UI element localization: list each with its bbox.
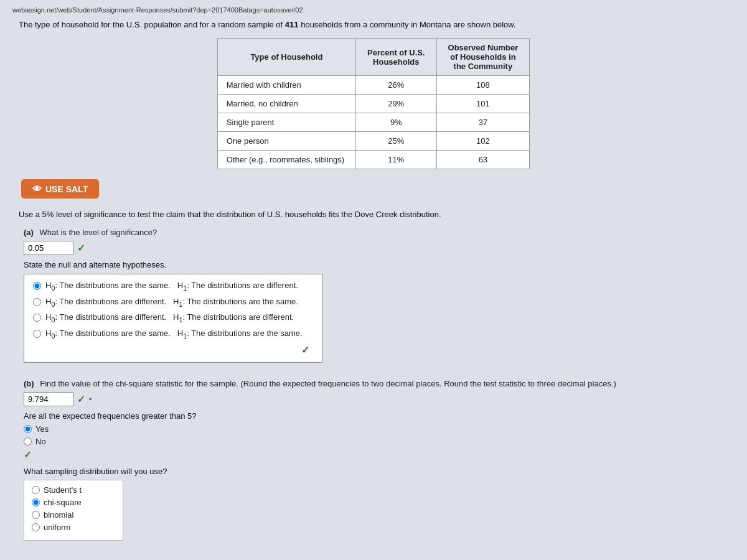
directions-content: Use a 5% level of significance to test t… [19,210,441,219]
sampling-label-binomial[interactable]: binomial [44,510,73,520]
chi-square-dot: • [89,394,92,404]
cell-type: Married, no children [217,95,355,113]
cell-type: Other (e.g., roommates, siblings) [217,151,355,169]
main-content: The type of household for the U.S. popul… [12,20,735,547]
expected-freq-no-label[interactable]: No [35,437,46,446]
cell-observed: 108 [436,76,530,95]
hypothesis-radio-4[interactable] [33,330,41,338]
hypothesis-label-1[interactable]: H0: The distributions are the same. H1: … [45,281,298,292]
sampling-label-students-t[interactable]: Student's t [44,485,82,495]
sampling-chi-square: chi-square [32,498,115,507]
state-label-text: State the null and alternate hypotheses. [24,260,166,269]
sampling-students-t: Student's t [32,485,115,495]
page: webassign.net/web/Student/Assignment-Res… [0,0,747,560]
sampling-label-chi-square[interactable]: chi-square [44,498,82,507]
h1-text-2: H1: The distributions are the same. [173,297,298,306]
table-row: Single parent 9% 37 [217,113,529,132]
significance-input[interactable] [24,241,73,255]
cell-percent: 11% [356,151,436,169]
sampling-radio-chi-square[interactable] [32,498,40,506]
intro-text: The type of household for the U.S. popul… [19,20,728,29]
sampling-dist-question: What sampling distribution will you use? [24,467,728,476]
cell-type: One person [217,132,355,151]
cell-observed: 101 [436,95,530,113]
url-text: webassign.net/web/Student/Assignment-Res… [12,6,303,14]
hypothesis-label-4[interactable]: H0: The distributions are the same. H1: … [45,329,303,340]
sampling-label-uniform[interactable]: uniform [44,523,70,532]
h0-text-2: H0: The distributions are different. [45,297,166,306]
expected-freq-text: Are all the expected frequencies greater… [24,411,197,421]
hypothesis-label-3[interactable]: H0: The distributions are different. H1:… [45,312,294,324]
h1-text-1: H1: The distributions are different. [177,281,298,290]
col-header-observed: Observed Numberof Households inthe Commu… [436,39,530,76]
hypothesis-option-2: H0: The distributions are different. H1:… [33,297,313,308]
hypothesis-label-2[interactable]: H0: The distributions are different. H1:… [45,297,298,308]
use-salt-label: USE SALT [45,184,88,194]
sampling-distribution-box: Student's t chi-square binomial uniform [24,480,123,541]
significance-checkmark: ✓ [77,243,85,254]
sampling-radio-binomial[interactable] [32,511,40,519]
state-hypotheses-label: State the null and alternate hypotheses. [24,260,728,269]
directions-text: Use a 5% level of significance to test t… [19,210,728,219]
part-b-label: (b) [24,379,34,388]
h0-text-1: H0: The distributions are the same. [45,281,171,290]
expected-freq-checkmark: ✓ [24,449,32,460]
col-header-percent: Percent of U.S.Households [356,39,436,76]
chi-square-input[interactable] [24,392,73,406]
hypotheses-box: H0: The distributions are the same. H1: … [24,274,322,363]
hypothesis-option-4: H0: The distributions are the same. H1: … [33,329,313,340]
cell-type: Married with children [217,76,355,95]
part-b-question: Find the value of the chi-square statist… [40,379,616,388]
expected-freq-yes-label[interactable]: Yes [35,424,49,434]
hypothesis-radio-3[interactable] [33,314,41,322]
table-row: Married with children 26% 108 [217,76,529,95]
sampling-binomial: binomial [32,510,115,520]
hypothesis-option-1: H0: The distributions are the same. H1: … [33,281,313,292]
col-header-type: Type of Household [217,39,355,76]
sample-count: 411 [285,20,299,29]
h0-text-3: H0: The distributions are different. [45,312,166,322]
sampling-uniform: uniform [32,523,115,532]
cell-percent: 25% [356,132,436,151]
intro-text-part1: The type of household for the U.S. popul… [19,20,283,29]
intro-text-part2: households from a community in Montana a… [301,20,515,29]
table-row: One person 25% 102 [217,132,529,151]
expected-freq-no-option: No [24,437,728,446]
salt-icon: 👁 [32,184,42,194]
household-table: Type of Household Percent of U.S.Househo… [217,38,530,169]
cell-percent: 9% [356,113,436,132]
table-row: Married, no children 29% 101 [217,95,529,113]
hypothesis-radio-2[interactable] [33,298,41,306]
cell-observed: 102 [436,132,530,151]
part-a: (a) What is the level of significance? ✓… [19,228,728,369]
h1-text-4: H1: The distributions are the same. [177,329,303,338]
cell-observed: 63 [436,151,530,169]
h0-text-4: H0: The distributions are the same. [45,329,171,338]
expected-freq-question: Are all the expected frequencies greater… [24,411,728,421]
sampling-radio-uniform[interactable] [32,523,40,531]
url-bar: webassign.net/web/Student/Assignment-Res… [12,6,735,14]
h1-text-3: H1: The distributions are different. [173,312,294,322]
cell-type: Single parent [217,113,355,132]
part-a-label: (a) [24,228,34,237]
hypothesis-radio-1[interactable] [33,282,41,290]
hypotheses-checkmark: ✓ [33,344,313,356]
use-salt-button[interactable]: 👁 USE SALT [21,179,99,198]
cell-percent: 29% [356,95,436,113]
sampling-radio-students-t[interactable] [32,486,40,494]
cell-observed: 37 [436,113,530,132]
expected-freq-yes-radio[interactable] [24,425,32,433]
expected-freq-yes-option: Yes [24,424,728,434]
sampling-dist-text: What sampling distribution will you use? [24,467,167,476]
part-b: (b) Find the value of the chi-square sta… [19,379,728,547]
expected-freq-no-radio[interactable] [24,437,32,446]
part-a-question: What is the level of significance? [40,228,157,237]
hypothesis-option-3: H0: The distributions are different. H1:… [33,312,313,324]
cell-percent: 26% [356,76,436,95]
chi-square-checkmark: ✓ [77,394,85,405]
table-row: Other (e.g., roommates, siblings) 11% 63 [217,151,529,169]
